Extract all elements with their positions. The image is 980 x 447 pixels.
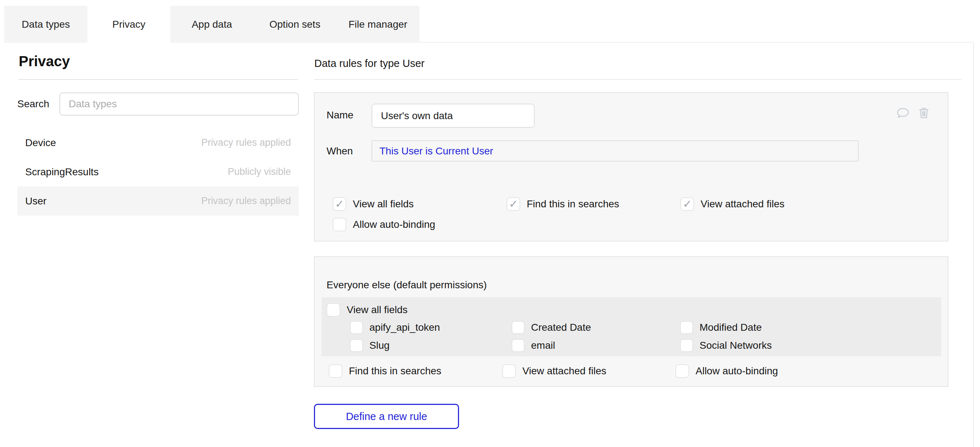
data-type-name: ScrapingResults bbox=[25, 166, 99, 178]
checkbox-label: Slug bbox=[369, 340, 390, 351]
rule-name-input[interactable] bbox=[372, 103, 535, 128]
field-modified-date: Modified Date bbox=[680, 321, 912, 334]
when-condition-text: This User is Current User bbox=[379, 145, 493, 157]
default-view-all-fields: View all fields bbox=[326, 303, 407, 317]
field-checkbox[interactable] bbox=[680, 321, 693, 334]
comment-icon[interactable] bbox=[896, 106, 910, 120]
default-card-title: Everyone else (default permissions) bbox=[326, 279, 487, 291]
right-frame-line bbox=[973, 42, 974, 447]
field-created-date: Created Date bbox=[512, 321, 680, 334]
checkbox-label: View attached files bbox=[701, 198, 784, 210]
perm-view-attached-files: View attached files bbox=[502, 364, 675, 378]
checkbox-label: View all fields bbox=[353, 198, 414, 210]
field-slug: Slug bbox=[350, 339, 512, 352]
checkbox-label: Created Date bbox=[531, 322, 591, 333]
perm-view-attached-files: View attached files bbox=[681, 197, 894, 211]
list-item-device[interactable]: Device Privacy rules applied bbox=[17, 128, 299, 157]
view-all-fields-checkbox[interactable] bbox=[326, 303, 340, 317]
privacy-status: Publicly visible bbox=[228, 166, 291, 177]
rules-divider bbox=[314, 79, 961, 80]
privacy-status: Privacy rules applied bbox=[201, 196, 291, 207]
field-checkbox[interactable] bbox=[350, 321, 363, 334]
view-attached-files-checkbox[interactable] bbox=[502, 364, 516, 378]
name-label: Name bbox=[326, 110, 353, 121]
perm-allow-auto-binding: Allow auto-binding bbox=[675, 364, 890, 378]
allow-auto-binding-checkbox[interactable] bbox=[675, 364, 689, 378]
find-in-searches-checkbox[interactable] bbox=[329, 364, 342, 378]
field-apify-api-token: apify_api_token bbox=[350, 321, 512, 334]
checkbox-label: Allow auto-binding bbox=[353, 219, 435, 230]
data-type-name: User bbox=[25, 196, 46, 207]
top-frame-line bbox=[420, 42, 973, 43]
privacy-status: Privacy rules applied bbox=[201, 137, 291, 148]
field-checkbox[interactable] bbox=[680, 339, 693, 352]
search-label: Search bbox=[17, 98, 49, 110]
tab-option-sets[interactable]: Option sets bbox=[253, 6, 337, 43]
allow-auto-binding-checkbox[interactable] bbox=[332, 218, 346, 231]
field-email: email bbox=[512, 339, 680, 352]
tab-app-data[interactable]: App data bbox=[170, 6, 253, 43]
checkbox-label: View attached files bbox=[522, 365, 606, 377]
field-checkbox[interactable] bbox=[512, 339, 525, 352]
default-permissions-grid: Find this in searches View attached file… bbox=[329, 364, 890, 378]
find-in-searches-checkbox[interactable] bbox=[507, 197, 520, 211]
perm-view-all-fields: View all fields bbox=[332, 197, 507, 211]
perm-find-in-searches: Find this in searches bbox=[507, 197, 681, 211]
when-label: When bbox=[326, 145, 353, 157]
tab-data-types[interactable]: Data types bbox=[4, 6, 88, 43]
checkbox-label: Social Networks bbox=[700, 340, 772, 351]
rule-permissions-grid: View all fields Find this in searches Vi… bbox=[332, 197, 894, 231]
search-row: Search bbox=[17, 92, 299, 116]
list-item-scrapingresults[interactable]: ScrapingResults Publicly visible bbox=[17, 157, 299, 186]
tab-file-manager[interactable]: File manager bbox=[336, 6, 420, 43]
view-attached-files-checkbox[interactable] bbox=[681, 197, 694, 211]
delete-icon[interactable] bbox=[916, 106, 931, 120]
data-type-name: Device bbox=[25, 137, 56, 149]
tab-privacy[interactable]: Privacy bbox=[88, 6, 171, 43]
page-title: Privacy bbox=[19, 53, 70, 70]
checkbox-label: Find this in searches bbox=[349, 365, 441, 377]
checkbox-label: apify_api_token bbox=[369, 322, 440, 333]
checkbox-label: Allow auto-binding bbox=[695, 365, 778, 377]
define-new-rule-button[interactable]: Define a new rule bbox=[314, 404, 459, 429]
sidebar-divider bbox=[18, 79, 298, 80]
perm-allow-auto-binding: Allow auto-binding bbox=[332, 218, 507, 231]
field-checkbox[interactable] bbox=[512, 321, 525, 334]
search-input[interactable] bbox=[59, 92, 299, 116]
data-type-list: Device Privacy rules applied ScrapingRes… bbox=[17, 128, 299, 216]
field-social-networks: Social Networks bbox=[680, 339, 912, 352]
field-checkbox[interactable] bbox=[350, 339, 363, 352]
rule-card: Name When This User is Current User User… bbox=[314, 92, 948, 242]
fields-region: View all fields apify_api_token Created … bbox=[321, 297, 941, 356]
checkbox-label: email bbox=[531, 340, 555, 351]
checkbox-label: View all fields bbox=[347, 304, 407, 316]
list-item-user[interactable]: User Privacy rules applied bbox=[17, 186, 299, 216]
tab-bar: Data types Privacy App data Option sets … bbox=[4, 6, 420, 43]
rule-card-actions bbox=[896, 106, 931, 120]
rules-heading: Data rules for type User bbox=[314, 57, 425, 70]
field-checkbox-grid: apify_api_token Created Date Modified Da… bbox=[350, 321, 912, 352]
checkbox-label: Find this in searches bbox=[527, 198, 619, 210]
when-condition-box[interactable]: This User is Current User bbox=[372, 140, 859, 162]
view-all-fields-checkbox[interactable] bbox=[332, 197, 346, 211]
perm-find-in-searches: Find this in searches bbox=[329, 364, 502, 378]
default-permissions-card: Everyone else (default permissions) View… bbox=[314, 256, 948, 387]
checkbox-label: Modified Date bbox=[700, 322, 762, 333]
